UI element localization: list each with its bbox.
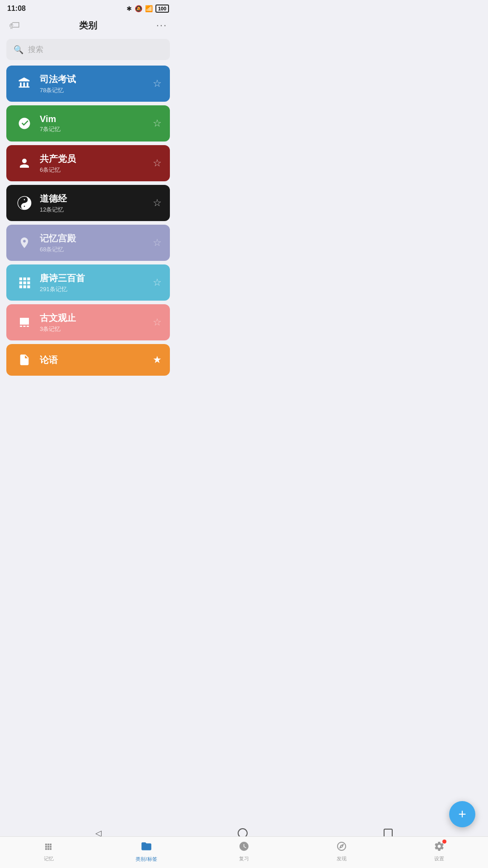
category-count: 12条记忆: [40, 206, 153, 214]
category-info: 道德经 12条记忆: [34, 193, 153, 214]
list-item[interactable]: 古文观止 3条记忆 ☆: [6, 304, 170, 340]
notification-icon: 🔕: [135, 5, 142, 12]
list-item[interactable]: 唐诗三百首 291条记忆 ☆: [6, 264, 170, 301]
vimeo-icon: [14, 117, 34, 130]
category-info: Vim 7条记忆: [34, 114, 153, 133]
grid-icon: [14, 276, 34, 289]
category-name: 道德经: [40, 193, 153, 205]
nav-item-memory[interactable]: 记忆: [35, 841, 62, 862]
list-item[interactable]: 司法考试 78条记忆 ☆: [6, 66, 170, 102]
category-count: 6条记忆: [40, 166, 153, 174]
svg-point-4: [24, 206, 25, 207]
search-placeholder: 搜索: [28, 44, 43, 55]
wifi-icon: 📶: [145, 5, 153, 12]
status-bar: 11:08 ✱ 🔕 📶 100: [0, 0, 176, 15]
search-icon: 🔍: [14, 45, 23, 55]
doc-icon: [14, 354, 34, 366]
star-icon[interactable]: ☆: [153, 237, 162, 249]
svg-point-3: [24, 199, 25, 200]
more-options-button[interactable]: ···: [156, 19, 167, 31]
bluetooth-icon: ✱: [127, 5, 132, 12]
list-item[interactable]: 记忆宫殿 68条记忆 ☆: [6, 225, 170, 261]
nav-label-category: 类别/标签: [136, 856, 157, 863]
category-name: 唐诗三百首: [40, 272, 153, 284]
category-name: 共产党员: [40, 153, 153, 165]
list-item[interactable]: 论语 ★: [6, 344, 170, 376]
category-info: 古文观止 3条记忆: [34, 312, 153, 333]
tag-icon[interactable]: 🏷: [9, 19, 20, 32]
category-info: 共产党员 6条记忆: [34, 153, 153, 174]
category-count: 291条记忆: [40, 285, 153, 293]
category-count: 78条记忆: [40, 86, 153, 94]
bottom-nav: 记忆 类别/标签 复习 发现: [0, 836, 176, 868]
category-count: 7条记忆: [40, 125, 153, 133]
yin-yang-icon: [14, 196, 34, 210]
header: 🏷 类别 ···: [0, 15, 176, 37]
status-time: 11:08: [7, 5, 26, 13]
category-info: 记忆宫殿 68条记忆: [34, 232, 153, 254]
star-icon[interactable]: ☆: [153, 157, 162, 169]
category-count: 68条记忆: [40, 245, 153, 254]
star-icon[interactable]: ☆: [153, 118, 162, 129]
status-icons: ✱ 🔕 📶 100: [127, 5, 169, 13]
category-nav-icon-wrap: [141, 840, 152, 854]
list-item[interactable]: Vim 7条记忆 ☆: [6, 105, 170, 142]
star-icon[interactable]: ★: [153, 354, 162, 366]
category-info: 论语: [34, 354, 153, 366]
location-icon: [14, 236, 34, 249]
category-name: 古文观止: [40, 312, 153, 324]
star-icon[interactable]: ☆: [153, 197, 162, 209]
page-title: 类别: [79, 19, 97, 32]
star-icon[interactable]: ☆: [153, 277, 162, 288]
bank-icon: [14, 77, 34, 90]
list-item[interactable]: 道德经 12条记忆 ☆: [6, 185, 170, 221]
category-info: 司法考试 78条记忆: [34, 73, 153, 94]
category-name: 记忆宫殿: [40, 232, 153, 245]
star-icon[interactable]: ☆: [153, 316, 162, 328]
person-icon: [14, 156, 34, 170]
nav-label-memory: 记忆: [44, 855, 54, 862]
category-name: Vim: [40, 114, 153, 124]
category-list: 司法考试 78条记忆 ☆ Vim 7条记忆 ☆ 共产党员 6条记忆 ☆: [0, 66, 176, 448]
battery-icon: 100: [155, 5, 169, 13]
category-name: 论语: [40, 354, 153, 366]
image-icon: [14, 316, 34, 329]
nav-item-category[interactable]: 类别/标签: [133, 840, 160, 863]
star-icon[interactable]: ☆: [153, 78, 162, 90]
category-count: 3条记忆: [40, 325, 153, 333]
category-info: 唐诗三百首 291条记忆: [34, 272, 153, 293]
list-item[interactable]: 共产党员 6条记忆 ☆: [6, 145, 170, 181]
category-name: 司法考试: [40, 73, 153, 85]
search-bar[interactable]: 🔍 搜索: [6, 39, 170, 60]
memory-nav-icon-wrap: [43, 841, 54, 854]
